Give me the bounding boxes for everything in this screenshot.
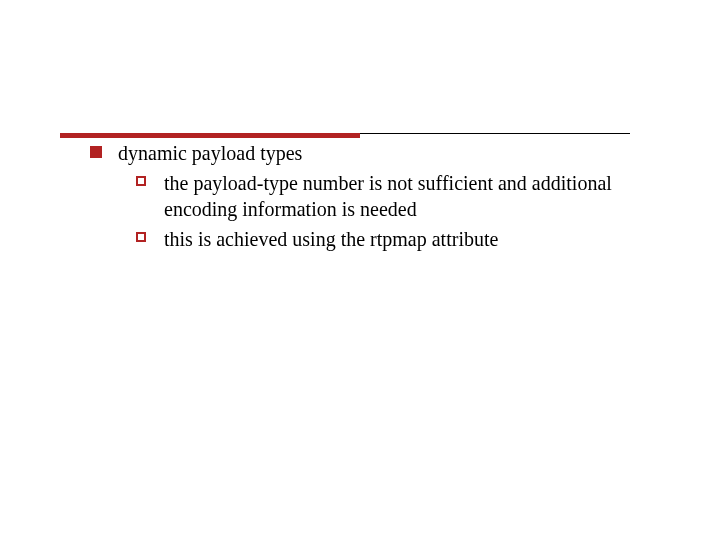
divider-thin: [360, 133, 630, 134]
list-item: this is achieved using the rtpmap attrib…: [136, 226, 640, 252]
slide: dynamic payload types the payload-type n…: [0, 0, 720, 540]
bullet-text: dynamic payload types: [118, 142, 302, 164]
list-item: the payload-type number is not sufficien…: [136, 170, 640, 222]
hollow-square-icon: [136, 232, 146, 242]
slide-body: dynamic payload types the payload-type n…: [90, 140, 640, 258]
hollow-square-icon: [136, 176, 146, 186]
bullet-list-level1: dynamic payload types the payload-type n…: [90, 140, 640, 252]
bullet-text: the payload-type number is not sufficien…: [164, 172, 612, 220]
bullet-text: this is achieved using the rtpmap attrib…: [164, 228, 498, 250]
bullet-list-level2: the payload-type number is not sufficien…: [136, 170, 640, 252]
divider-thick: [60, 133, 360, 138]
list-item: dynamic payload types the payload-type n…: [90, 140, 640, 252]
filled-square-icon: [90, 146, 102, 158]
